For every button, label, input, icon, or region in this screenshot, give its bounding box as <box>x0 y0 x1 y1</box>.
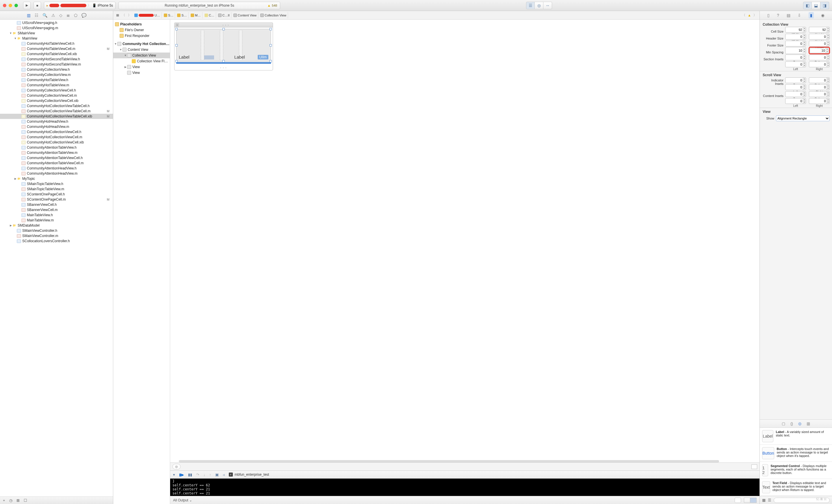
footer-width-input[interactable]: ▲▼ <box>785 41 806 47</box>
outline-row[interactable]: View <box>113 70 170 76</box>
console-filter[interactable]: All Output ⌄ <box>173 498 192 502</box>
horizontal-scrollbar[interactable] <box>179 460 719 463</box>
close-window-icon[interactable] <box>3 4 6 7</box>
object-library[interactable]: LabelLabel - A variably sized amount of … <box>760 427 832 496</box>
jump-back-icon[interactable]: 〈 <box>741 13 747 17</box>
pause-icon[interactable]: ▮▮ <box>188 473 192 477</box>
library-item[interactable]: TextText Field - Displays editable text … <box>760 479 832 496</box>
indicator-left-input[interactable]: ▲▼ <box>785 84 806 90</box>
indicator-right-input[interactable]: ▲▼ <box>809 84 830 90</box>
content-bottom-input[interactable]: ▲▼ <box>809 91 830 97</box>
jump-bar[interactable]: ▦ 〈 〉 U… S… S… M… C… C…II Content View C… <box>113 11 759 20</box>
project-nav-icon[interactable]: ▥ <box>27 13 31 18</box>
library-item[interactable]: 1 2Segmented Control - Displays multiple… <box>760 462 832 479</box>
file-row[interactable]: hCommunityHotTableViewCell.h <box>0 41 113 46</box>
outline-row[interactable]: ▶View <box>113 64 170 70</box>
version-editor-button[interactable]: ↔ <box>543 2 552 9</box>
file-row[interactable]: hSCollocationLoversController.h <box>0 239 113 244</box>
file-row[interactable]: hSBannerViewCell.h <box>0 202 113 207</box>
content-right-input[interactable]: ▲▼ <box>809 98 830 104</box>
file-row[interactable]: hCommunityHotHeadView.h <box>0 119 113 124</box>
indicator-top-input[interactable]: ▲▼ <box>785 77 806 83</box>
toggle-debug-button[interactable]: ⬓ <box>812 2 821 9</box>
grid-view-icon[interactable]: ▦ <box>762 498 765 502</box>
file-templates-icon[interactable]: ▢ <box>782 421 785 426</box>
find-nav-icon[interactable]: 🔍 <box>43 13 47 18</box>
file-row[interactable]: mSMainViewController.m <box>0 233 113 239</box>
identity-inspector-icon[interactable]: ▤ <box>787 13 790 18</box>
file-row[interactable]: ▼📁MainView <box>0 36 113 41</box>
file-row[interactable]: xCommunityCollectionViewCell.xib <box>0 98 113 103</box>
file-row[interactable]: mSContentOnePageCell.mM <box>0 197 113 202</box>
issue-nav-icon[interactable]: ⚠ <box>51 13 55 18</box>
minspacing-cells-input[interactable]: ▲▼ <box>785 47 806 54</box>
attributes-inspector-icon[interactable]: ⇩ <box>798 13 801 18</box>
file-row[interactable]: hSMainTopicTableView.h <box>0 181 113 187</box>
header-height-input[interactable]: ▲▼ <box>809 34 830 39</box>
debug-view-icon[interactable]: ▣ <box>215 473 219 477</box>
footer-height-input[interactable]: ▲▼ <box>809 41 830 47</box>
minspacing-lines-input[interactable]: ▲▼ <box>810 48 829 53</box>
file-row[interactable]: mSMainTopicTableView.m <box>0 187 113 192</box>
file-row[interactable]: mUIScrollView+paging.m <box>0 25 113 31</box>
inset-bottom-input[interactable]: ▲▼ <box>809 55 830 60</box>
library-item[interactable]: LabelLabel - A variably sized amount of … <box>760 428 832 445</box>
toggle-inspector-button[interactable]: ◨ <box>821 2 829 9</box>
file-row[interactable]: mCommunityAttentionHeadView.m <box>0 171 113 176</box>
file-row[interactable]: hCommunityCollectionViewCell.h <box>0 88 113 93</box>
minimize-window-icon[interactable] <box>9 4 12 7</box>
filter-icon[interactable]: ☐ <box>24 498 27 503</box>
step-out-icon[interactable]: ↑ <box>209 473 211 477</box>
outline-row[interactable]: First Responder <box>113 33 170 39</box>
file-row[interactable]: mMainTableView.m <box>0 218 113 223</box>
file-row[interactable]: hCommunityHotCollectionViewCell.h <box>0 129 113 135</box>
file-row[interactable]: xCommunityHotTableViewCell.xib <box>0 51 113 57</box>
inset-right-input[interactable]: ▲▼ <box>809 61 830 67</box>
file-row[interactable]: xCommunityHotCollectionViewCell.xib <box>0 140 113 145</box>
show-select[interactable]: Alignment Rectangle <box>776 115 830 121</box>
file-inspector-icon[interactable]: ▯ <box>767 13 770 18</box>
outline-row[interactable]: ▼Content View <box>113 47 170 53</box>
library-item[interactable]: ButtonButton - Intercepts touch events a… <box>760 445 832 462</box>
warning-icon[interactable]: ▲ <box>748 13 751 17</box>
file-row[interactable]: hCommunityHotTableView.h <box>0 77 113 83</box>
symbol-nav-icon[interactable]: ☷ <box>35 13 38 18</box>
file-row[interactable]: mCommunityAttentionTableViewCell.m <box>0 161 113 166</box>
assistant-editor-button[interactable]: ◎ <box>535 2 543 9</box>
file-row[interactable]: ▼📁SMainView <box>0 31 113 36</box>
document-outline[interactable]: Placeholders File's OwnerFirst Responder… <box>113 20 170 504</box>
content-left-input[interactable]: ▲▼ <box>785 98 806 104</box>
cell-width-input[interactable]: ▲▼ <box>785 27 806 33</box>
file-row[interactable]: hSMainViewController.h <box>0 228 113 233</box>
file-row[interactable]: xCommunityHotCollectionViewTableCell.xib… <box>0 114 113 119</box>
step-into-icon[interactable]: ↓ <box>203 473 205 477</box>
file-row[interactable]: mCommunityHotHeadView.m <box>0 124 113 129</box>
outline-row[interactable]: Collection View Fl… <box>113 58 170 64</box>
inset-left-input[interactable]: ▲▼ <box>785 61 806 67</box>
file-row[interactable]: hCommunityHotCollectionViewTableCell.h <box>0 103 113 109</box>
breakpoint-toggle-icon[interactable]: ▮▶ <box>179 473 184 477</box>
file-row[interactable]: mCommunityHotTableView.m <box>0 83 113 88</box>
scheme-selector[interactable]: ▸ 〉 📱 iPhone 5s <box>44 2 115 9</box>
header-width-input[interactable]: ▲▼ <box>785 34 806 39</box>
report-nav-icon[interactable]: 💬 <box>81 13 86 18</box>
scm-filter-icon[interactable]: ⊠ <box>17 498 20 503</box>
zoom-window-icon[interactable] <box>15 4 18 7</box>
zoom-control[interactable]: ◎ <box>173 464 181 469</box>
content-top-input[interactable]: ▲▼ <box>785 91 806 97</box>
indicator-bottom-input[interactable]: ▲▼ <box>809 77 830 83</box>
object-library-icon[interactable]: ◎ <box>798 421 801 426</box>
run-button[interactable] <box>23 2 31 9</box>
file-row[interactable]: hSContentOnePageCell.h <box>0 192 113 197</box>
file-row[interactable]: mCommunityCollectionView.m <box>0 72 113 77</box>
warning-count[interactable]: ▲548 <box>267 3 277 7</box>
inset-top-input[interactable]: ▲▼ <box>785 55 806 60</box>
location-icon[interactable]: ◃ <box>223 473 225 477</box>
console-pane-button[interactable] <box>750 498 757 503</box>
code-snippets-icon[interactable]: {} <box>790 421 793 426</box>
ib-view-container[interactable]: ×• • • Label Label UIIm <box>174 23 273 71</box>
file-row[interactable]: mCommunityHotTableViewCell.mM <box>0 46 113 51</box>
file-row[interactable]: mCommunityCollectionViewCell.m <box>0 93 113 98</box>
related-items-icon[interactable]: ▦ <box>115 13 120 17</box>
jump-forward-icon[interactable]: 〉 <box>752 13 758 17</box>
